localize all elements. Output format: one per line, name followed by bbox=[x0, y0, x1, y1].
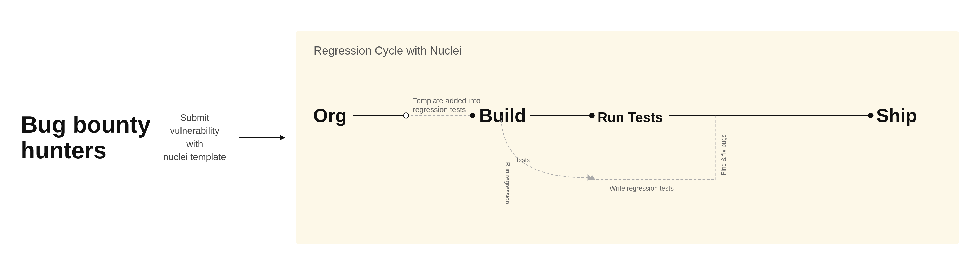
svg-point-6 bbox=[470, 113, 475, 118]
svg-marker-15 bbox=[588, 174, 592, 181]
svg-text:Run Tests: Run Tests bbox=[598, 110, 663, 125]
submit-vulnerability-label: Submit vulnerability withnuclei template bbox=[161, 111, 229, 164]
svg-text:Ship: Ship bbox=[877, 105, 917, 126]
regression-box: Regression Cycle with Nuclei Org Templat… bbox=[296, 31, 959, 244]
svg-text:Write regression tests: Write regression tests bbox=[610, 184, 674, 192]
svg-text:Run regression: Run regression bbox=[504, 162, 511, 204]
svg-text:regression tests: regression tests bbox=[413, 105, 466, 114]
svg-text:Template added into: Template added into bbox=[413, 96, 480, 105]
bug-bounty-title: Bug bounty hunters bbox=[21, 112, 145, 163]
left-section: Bug bounty hunters Submit vulnerability … bbox=[21, 111, 229, 164]
svg-text:tests: tests bbox=[517, 156, 530, 163]
svg-text:Build: Build bbox=[479, 105, 526, 126]
svg-point-5 bbox=[404, 113, 409, 118]
diagram-container: Bug bounty hunters Submit vulnerability … bbox=[0, 0, 980, 275]
svg-point-12 bbox=[868, 113, 873, 118]
flow-svg: Org Template added into regression tests… bbox=[296, 31, 959, 244]
svg-point-9 bbox=[589, 113, 594, 118]
main-arrow bbox=[239, 135, 285, 140]
svg-text:Find & fix bugs: Find & fix bugs bbox=[720, 134, 727, 175]
svg-text:Org: Org bbox=[313, 105, 347, 126]
